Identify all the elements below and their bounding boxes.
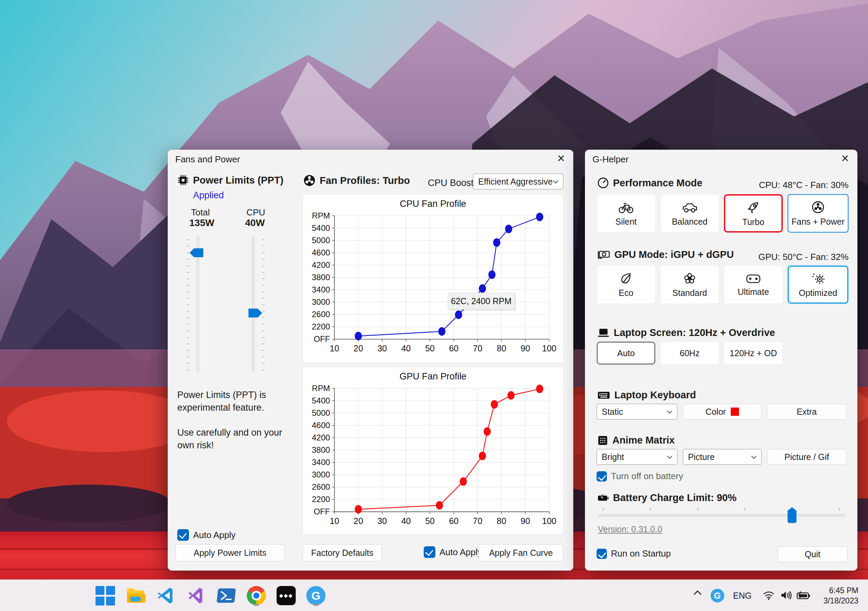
keyboard-color-button[interactable]: Color <box>683 404 761 420</box>
svg-text:OFF: OFF <box>313 507 330 516</box>
picture-gif-button[interactable]: Picture / Gif <box>767 449 846 465</box>
cpu-slider-ticks <box>262 239 265 370</box>
chevron-down-icon <box>667 408 673 414</box>
language-label: ENG <box>733 591 752 601</box>
gpu-mode-title: GPU Mode: iGPU + dGPU <box>614 249 734 260</box>
svg-text:10: 10 <box>330 344 339 353</box>
wifi-indicator[interactable] <box>763 590 775 600</box>
svg-text:3800: 3800 <box>312 445 330 454</box>
power-limits-title: Power Limits (PPT) <box>193 175 284 186</box>
cpu-boost-select[interactable]: Efficient Aggressive <box>473 174 563 190</box>
chevron-down-icon <box>751 454 757 459</box>
chrome-icon <box>247 586 266 605</box>
cpu-fan-chart[interactable]: CPU Fan Profile102030405060708090100OFF2… <box>303 194 563 362</box>
gamepad-icon <box>746 273 761 284</box>
windows-logo-icon <box>96 586 115 606</box>
laptop-icon <box>597 328 609 338</box>
mode-button-silent[interactable]: Silent <box>597 194 656 233</box>
apply-fan-curve-button[interactable]: Apply Fan Curve <box>479 544 563 561</box>
tray-chevron[interactable] <box>695 591 700 597</box>
language-indicator[interactable]: ENG <box>733 591 752 601</box>
ghelper-window: G-Helper × Performance Mode CPU: 48°C - … <box>585 150 857 571</box>
svg-text:4200: 4200 <box>312 260 330 269</box>
mode-button-optimized-selected[interactable]: Optimized <box>787 266 848 304</box>
tray-ghelper[interactable]: G <box>711 589 724 602</box>
bicycle-icon <box>618 201 634 214</box>
battery-indicator[interactable] <box>796 591 811 600</box>
flower-icon <box>683 272 696 285</box>
tidal-button[interactable]: ◆◆◆ <box>275 585 297 606</box>
gpu-fan-chart-panel[interactable]: GPU Fan Profile102030405060708090100OFF2… <box>302 367 563 535</box>
cpu-temp-fan-status: CPU: 48°C - Fan: 30% <box>759 180 848 190</box>
ghelper-titlebar[interactable]: G-Helper × <box>585 150 857 166</box>
gpu-fan-chart[interactable]: GPU Fan Profile102030405060708090100OFF2… <box>303 367 563 534</box>
visual-studio-button[interactable] <box>186 585 208 606</box>
fan-auto-apply-checkbox[interactable] <box>424 546 436 558</box>
svg-text:5400: 5400 <box>312 396 330 405</box>
svg-text:80: 80 <box>497 516 506 526</box>
anime-matrix-title: Anime Matrix <box>612 435 674 446</box>
vscode-button[interactable] <box>155 585 177 606</box>
silent-label: Silent <box>615 217 637 227</box>
ghelper-taskbar-button[interactable]: G <box>305 585 327 606</box>
running-indicator <box>313 604 319 606</box>
quit-button[interactable]: Quit <box>778 546 848 562</box>
mode-button-fans-power[interactable]: Fans + Power <box>787 194 848 233</box>
mode-button-balanced[interactable]: Balanced <box>660 194 719 233</box>
fan-power-icon <box>811 201 825 214</box>
chrome-button[interactable] <box>245 585 267 606</box>
rocket-icon <box>746 200 761 215</box>
volume-indicator[interactable] <box>780 590 792 600</box>
factory-defaults-button[interactable]: Factory Defaults <box>302 544 382 561</box>
svg-text:70: 70 <box>473 344 483 353</box>
battery-charging-icon <box>796 591 811 600</box>
svg-text:40: 40 <box>401 516 411 526</box>
start-button[interactable] <box>94 585 116 606</box>
matrix-mode-select[interactable]: Picture <box>683 449 761 465</box>
fan-profiles-header: Fan Profiles: Turbo <box>303 174 410 187</box>
ghelper-icon: G <box>306 586 326 605</box>
apply-power-limits-button[interactable]: Apply Power Limits <box>175 544 284 561</box>
mode-button-standard[interactable]: Standard <box>660 266 719 304</box>
keyboard-mode-select[interactable]: Static <box>597 404 677 420</box>
close-icon[interactable]: × <box>553 152 569 165</box>
turn-off-on-battery-checkbox[interactable] <box>597 471 607 482</box>
battery-slider-track[interactable] <box>598 514 845 517</box>
battery-matrix-row: Turn off on battery <box>597 471 683 482</box>
mode-button-ultimate[interactable]: Ultimate <box>724 266 783 304</box>
120hz-od-label: 120Hz + OD <box>730 348 777 358</box>
fans-window-titlebar[interactable]: Fans and Power × <box>168 150 573 166</box>
run-on-startup-label: Run on Startup <box>611 548 671 559</box>
cpu-fan-chart-panel[interactable]: CPU Fan Profile102030405060708090100OFF2… <box>302 194 563 363</box>
laptop-screen-title: Laptop Screen: 120Hz + Overdrive <box>614 327 775 338</box>
cpu-value: 40W <box>245 218 265 229</box>
svg-text:80: 80 <box>497 344 506 353</box>
run-on-startup-checkbox[interactable] <box>597 549 607 559</box>
mode-button-turbo-selected[interactable]: Turbo <box>724 194 783 233</box>
screen-button-auto-selected[interactable]: Auto <box>597 342 656 365</box>
cpu-slider-handle[interactable] <box>248 309 262 317</box>
matrix-brightness-select[interactable]: Bright <box>597 449 677 465</box>
laptop-keyboard-header: Laptop Keyboard <box>597 389 696 401</box>
vscode-icon <box>157 586 175 605</box>
folder-icon <box>126 587 146 604</box>
close-icon[interactable]: × <box>837 152 852 165</box>
svg-text:2600: 2600 <box>312 482 330 491</box>
standard-label: Standard <box>672 288 707 298</box>
total-slider-handle[interactable] <box>190 248 203 257</box>
cpu-slider-track[interactable] <box>252 236 255 372</box>
keyboard-extra-button[interactable]: Extra <box>767 404 846 420</box>
powershell-button[interactable] <box>215 585 237 606</box>
balanced-label: Balanced <box>672 217 707 227</box>
screen-button-120hz-od[interactable]: 120Hz + OD <box>724 342 783 365</box>
version-link[interactable]: Version: 0.31.0.0 <box>598 524 662 534</box>
mode-button-eco[interactable]: Eco <box>597 266 656 304</box>
screen-button-60hz[interactable]: 60Hz <box>660 342 719 365</box>
tidal-icon: ◆◆◆ <box>277 586 296 605</box>
running-indicator <box>254 604 259 606</box>
file-explorer-button[interactable] <box>125 585 146 606</box>
clock[interactable]: 6:45 PM 3/18/2023 <box>823 585 859 606</box>
auto-label: Auto <box>617 348 635 358</box>
turn-off-on-battery-label: Turn off on battery <box>611 471 683 482</box>
power-auto-apply-checkbox[interactable] <box>177 529 189 541</box>
